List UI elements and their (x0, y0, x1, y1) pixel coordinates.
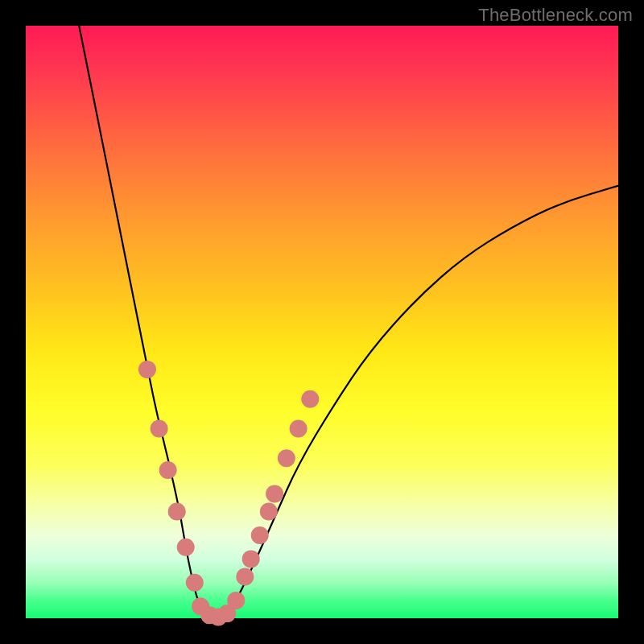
marker-dot (151, 420, 168, 438)
marker-dot (242, 550, 260, 568)
marker-dot (260, 503, 278, 521)
marker-dot (266, 485, 283, 502)
marker-dots (138, 361, 319, 626)
curve-line (79, 26, 618, 618)
marker-dot (278, 449, 295, 467)
marker-dot (138, 361, 156, 378)
marker-dot (159, 461, 177, 479)
marker-dot (186, 574, 204, 592)
marker-dot (301, 390, 319, 408)
marker-dot (251, 526, 269, 544)
chart-svg (26, 26, 618, 618)
marker-dot (168, 503, 186, 521)
marker-dot (227, 592, 245, 609)
chart-frame: TheBottleneck.com (0, 0, 644, 644)
marker-dot (236, 568, 254, 586)
plot-area (26, 26, 618, 618)
marker-dot (290, 420, 308, 438)
watermark-text: TheBottleneck.com (478, 5, 633, 26)
marker-dot (177, 539, 195, 556)
